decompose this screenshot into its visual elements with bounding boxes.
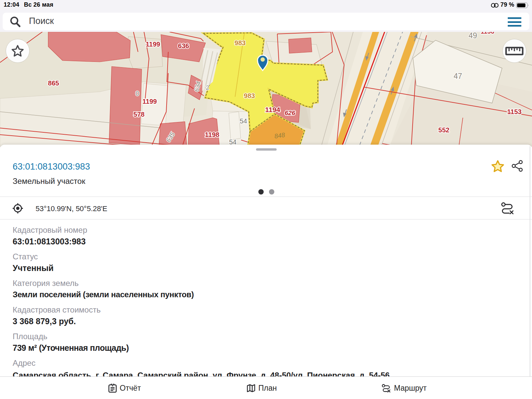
svg-text:1199: 1199 bbox=[146, 41, 160, 48]
svg-text:1156: 1156 bbox=[480, 32, 494, 35]
svg-text:47: 47 bbox=[454, 72, 462, 80]
svg-text:626: 626 bbox=[285, 109, 295, 116]
svg-text:0: 0 bbox=[135, 90, 139, 97]
svg-text:865: 865 bbox=[48, 79, 59, 87]
svg-text:1198: 1198 bbox=[205, 131, 219, 138]
svg-text:983: 983 bbox=[234, 39, 245, 47]
svg-text:54: 54 bbox=[240, 117, 247, 125]
svg-text:49: 49 bbox=[468, 32, 477, 40]
svg-text:1153: 1153 bbox=[507, 108, 521, 115]
svg-text:636: 636 bbox=[178, 42, 189, 50]
svg-text:848: 848 bbox=[274, 131, 286, 140]
svg-text:2: 2 bbox=[206, 84, 209, 91]
svg-text:552: 552 bbox=[438, 126, 449, 134]
svg-text:1199: 1199 bbox=[142, 98, 157, 105]
svg-text:578: 578 bbox=[133, 111, 144, 118]
svg-text:983: 983 bbox=[244, 92, 255, 99]
svg-text:1194: 1194 bbox=[265, 106, 280, 113]
